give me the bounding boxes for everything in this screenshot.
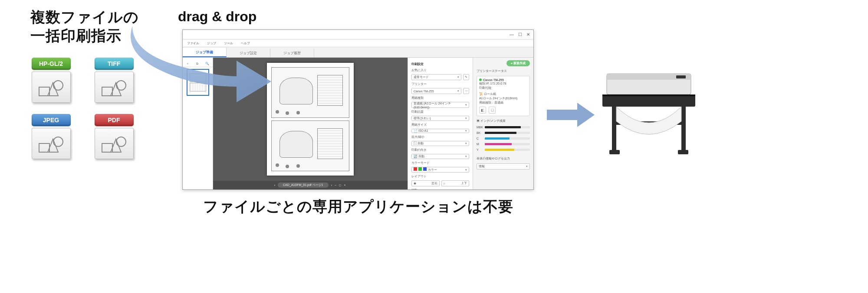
paper-select[interactable]: 普通紙 (A1ロール 24インチ(610.0mm))▾: [411, 102, 469, 108]
menu-help[interactable]: ヘルプ: [241, 41, 250, 46]
file-shapes-icon: [38, 78, 64, 97]
thumbnail-preview: [190, 83, 206, 91]
ink-row-m: M: [477, 143, 530, 146]
preview-canvas[interactable]: ‹ CAD_A1DFM_01.pdf ページ1 › − □ ＋: [213, 58, 408, 189]
layout-option-a[interactable]: ◉ 左右: [411, 180, 440, 186]
paper-value: 普通紙 (A1ロール 24インチ(610.0mm)): [414, 101, 465, 109]
window-close-icon[interactable]: ✕: [526, 32, 530, 37]
bottom-caption: ファイルごとの専用アプリケーションは不要: [182, 197, 534, 217]
orient-label: 印刷の向き: [411, 148, 469, 152]
svg-rect-14: [676, 75, 686, 78]
zoom-in-icon[interactable]: ＋: [343, 183, 346, 187]
menu-tool[interactable]: ツール: [224, 41, 233, 46]
svg-point-5: [116, 81, 126, 90]
status-title: プリンターステータス: [477, 69, 530, 73]
output-arrow-icon: [547, 102, 595, 128]
settings-panel: 印刷設定 お気に入り 通常モード▾ ✎ プリンター Canon TM-255▾ …: [408, 58, 473, 189]
layout-label: レイアウト: [411, 174, 469, 179]
scale-label: 拡大/縮小: [411, 135, 469, 139]
color-value: カラー: [428, 168, 437, 171]
file-shapes-icon: [101, 134, 127, 153]
size-value: ISO A1: [418, 129, 428, 132]
tab-prepare[interactable]: ジョブ準備: [183, 48, 227, 57]
file-body: [32, 72, 71, 103]
quality-value: 標準(きれい): [414, 116, 431, 120]
settings-title: 印刷設定: [411, 62, 469, 66]
floorplan-2: [271, 120, 349, 171]
roll-label: 📜 ロール紙: [479, 92, 527, 96]
status-panel: ● 新規作成 プリンターステータス Canon TM-255 種類:IP, 17…: [473, 58, 533, 189]
add-page-icon[interactable]: ＋: [186, 62, 189, 66]
printer-status-card: Canon TM-255 種類:IP, 172.20.0.78 印刷可能 📜 ロ…: [477, 76, 530, 116]
file-shapes-icon: [38, 134, 64, 153]
ink-row-c: C: [477, 137, 530, 140]
canvas-footer: ‹ CAD_A1DFM_01.pdf ページ1 › − □ ＋: [213, 181, 408, 189]
preset-save-icon[interactable]: ✎: [463, 74, 469, 80]
svg-rect-18: [681, 107, 686, 150]
file-badge-jpeg: JPEG: [32, 114, 71, 126]
printer-value: Canon TM-255: [414, 90, 434, 93]
roll-size: A1ロール 24インチ(610mm): [479, 96, 527, 101]
copy-page-icon[interactable]: ⧉: [196, 62, 198, 65]
preview-paper: [267, 63, 354, 176]
next-page-icon[interactable]: ›: [331, 184, 332, 187]
window-titlebar: — ☐ ✕: [183, 30, 533, 39]
window-minimize-icon[interactable]: —: [510, 32, 514, 37]
size-select[interactable]: 📄 ISO A1▾: [411, 129, 469, 133]
headline-line2: 一括印刷指示: [30, 27, 122, 44]
floorplan-1: [271, 67, 349, 118]
new-job-button[interactable]: ● 新規作成: [506, 60, 530, 66]
color-select[interactable]: カラー▾: [411, 167, 469, 173]
preset-select[interactable]: 通常モード▾: [411, 74, 461, 80]
file-badge-hpgl: HP-GL/2: [32, 58, 71, 70]
app-window: — ☐ ✕ ファイル ジョブ ツール ヘルプ ジョブ準備 ジョブ設定 ジョブ履歴…: [182, 29, 534, 190]
ink-row-y: Y: [477, 148, 530, 151]
orient-select[interactable]: 🔄 自動▾: [411, 154, 469, 159]
thumbnail-sidebar: ＋ ⧉ 🔍: [183, 58, 213, 189]
printer-detail-icon[interactable]: ⋯: [463, 88, 469, 94]
svg-rect-21: [678, 150, 688, 154]
svg-point-2: [53, 81, 63, 90]
file-body: [32, 128, 71, 159]
ink-row-bk: BK: [477, 131, 530, 134]
status-printer-ip: 種類:IP, 172.20.0.78: [479, 81, 527, 86]
zoom-fit-icon[interactable]: □: [339, 184, 341, 187]
preset-value: 通常モード: [414, 75, 429, 79]
status-dot-green-icon: [479, 78, 482, 81]
prev-page-icon[interactable]: ‹: [274, 184, 275, 187]
window-maximize-icon[interactable]: ☐: [518, 32, 522, 37]
menu-job[interactable]: ジョブ: [207, 41, 216, 46]
svg-rect-20: [609, 150, 620, 154]
thumb-toolbar: ＋ ⧉ 🔍: [183, 60, 213, 67]
zoom-icon[interactable]: 🔍: [205, 62, 209, 65]
status-printer-state: 印刷可能: [479, 86, 527, 90]
maint-select[interactable]: 情報▾: [477, 163, 530, 169]
zoom-out-icon[interactable]: −: [335, 184, 336, 187]
scale-select[interactable]: ⛶ 自動▾: [411, 141, 469, 146]
thumbnail-selected[interactable]: [187, 69, 209, 96]
copies-label: 部数: [411, 188, 469, 189]
file-icon-pdf[interactable]: PDF: [93, 114, 135, 161]
paper-label: 用紙種類: [411, 96, 469, 100]
printer-select[interactable]: Canon TM-255▾: [411, 88, 461, 94]
status-icon-1[interactable]: ◧: [479, 107, 486, 114]
file-body: [95, 72, 134, 103]
file-icon-tiff[interactable]: TIFF: [93, 58, 135, 104]
color-label: カラーモード: [411, 161, 469, 165]
layout-option-b[interactable]: ○ 上下: [441, 180, 470, 186]
quality-select[interactable]: 標準(きれい)▾: [411, 116, 469, 121]
orient-value: 自動: [418, 155, 424, 158]
headline: 複数ファイルの 一括印刷指示: [30, 8, 161, 45]
status-icon-2[interactable]: ☐: [489, 107, 496, 114]
tab-settings[interactable]: ジョブ設定: [227, 49, 270, 57]
menu-file[interactable]: ファイル: [187, 41, 199, 46]
tab-history[interactable]: ジョブ履歴: [270, 49, 314, 57]
file-type-grid: HP-GL/2 TIFF JPEG: [30, 58, 161, 161]
svg-point-11: [116, 137, 126, 146]
svg-rect-16: [602, 94, 695, 96]
file-icon-hpgl[interactable]: HP-GL/2: [30, 58, 72, 104]
file-icon-jpeg[interactable]: JPEG: [30, 114, 72, 161]
roll-type: 用紙種類：普通紙: [479, 101, 527, 105]
menubar: ファイル ジョブ ツール ヘルプ: [183, 39, 533, 47]
svg-rect-17: [612, 107, 616, 150]
